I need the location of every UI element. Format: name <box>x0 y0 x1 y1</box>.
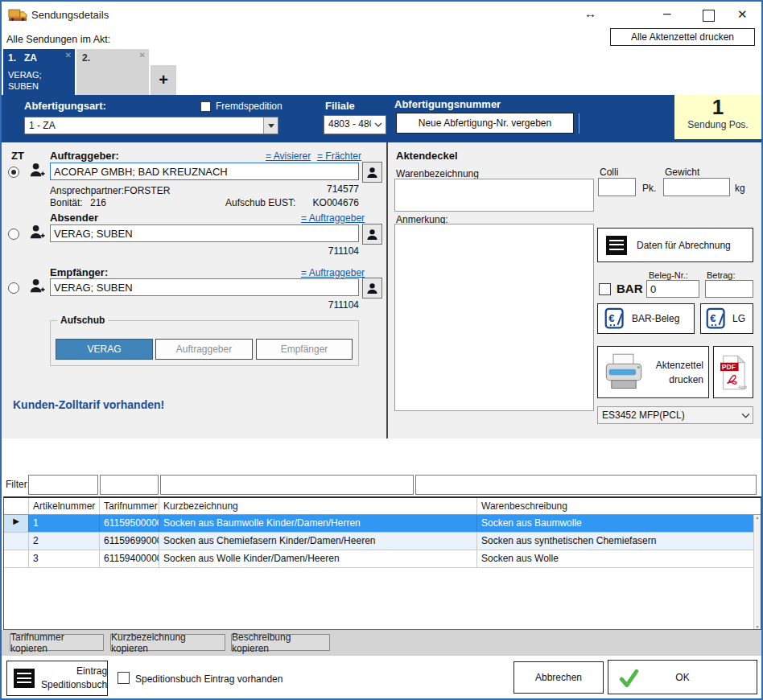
auftraggeber-input[interactable] <box>50 163 359 180</box>
akt-label: Alle Sendungen im Akt: <box>6 34 110 45</box>
empfaenger-label: Empfänger: <box>50 266 108 278</box>
add-contact-icon[interactable] <box>28 161 47 182</box>
anmerkung-textarea[interactable] <box>394 224 594 411</box>
aktenzettel-drucken-button[interactable]: Aktenzettel drucken <box>597 346 709 398</box>
cancel-button[interactable]: Abbrechen <box>513 661 604 694</box>
aufschub-verag-button[interactable]: VERAG <box>56 339 153 360</box>
filter-warenbeschreibung-input[interactable] <box>415 475 757 495</box>
bar-label: BAR <box>617 282 643 295</box>
pk-label: Pk. <box>642 183 656 194</box>
add-shipment-tab-button[interactable]: + <box>151 65 176 95</box>
table-row[interactable]: 2 61159699000 Socken aus Chemiefasern Ki… <box>4 533 761 550</box>
sendungsdetails-window: Sendungsdetails ↔ – ✕ Alle Sendungen im … <box>0 0 763 700</box>
close-button[interactable]: ✕ <box>737 8 748 20</box>
tab1-close-icon[interactable]: ✕ <box>65 51 72 60</box>
euro-receipt-icon: € <box>706 307 727 330</box>
colli-input[interactable] <box>598 178 636 196</box>
filiale-label: Filiale <box>325 100 355 112</box>
copy-beschreibung-button[interactable]: Beschreibung kopieren <box>231 634 330 651</box>
avisierer-link[interactable]: = Avisierer <box>266 150 311 162</box>
auftraggeber-contact-icon[interactable] <box>362 162 382 183</box>
main-panel: ZT Auftraggeber: = Avisierer = Frächter … <box>2 142 761 439</box>
filiale-select[interactable]: 4803 - 480 <box>324 115 386 134</box>
aufschub-eust-label: Aufschub EUST: <box>225 197 295 208</box>
column-header-kurzbezeichnung[interactable]: Kurzbezeichnung <box>159 498 477 514</box>
auftraggeber-radio[interactable] <box>8 167 19 178</box>
lg-button[interactable]: € LG <box>700 303 753 334</box>
empfaenger-auftraggeber-link[interactable]: = Auftraggeber <box>301 267 365 278</box>
articles-table: Artikelnummer Tarifnummer Kurzbezeichnun… <box>3 496 761 630</box>
panel-divider <box>386 142 388 439</box>
ansprechpartner-label: Ansprechpartner: <box>50 185 124 196</box>
pdf-export-button[interactable]: PDF Adobe <box>713 346 753 398</box>
absender-auftraggeber-link[interactable]: = Auftraggeber <box>301 212 365 224</box>
window-title: Sendungsdetails <box>31 9 109 21</box>
table-row[interactable]: 3 61159400000 Socken aus Wolle Kinder/Da… <box>4 550 761 568</box>
copy-kurzbezeichnung-button[interactable]: Kurzbezeichnung kopieren <box>110 634 225 651</box>
filter-kurzbezeichnung-input[interactable] <box>160 475 414 495</box>
svg-text:Adobe: Adobe <box>739 385 747 389</box>
table-header-row: Artikelnummer Tarifnummer Kurzbezeichnun… <box>4 498 761 515</box>
filter-tarifnummer-input[interactable] <box>100 475 159 495</box>
ansprechpartner-value: FORSTER <box>124 185 170 196</box>
column-header-tarifnummer[interactable]: Tarifnummer <box>100 498 159 514</box>
svg-text:€: € <box>608 312 614 324</box>
betrag-input[interactable] <box>705 280 753 298</box>
tab-shipment-2[interactable]: 2. ✕ <box>76 49 149 95</box>
svg-text:€: € <box>710 312 716 324</box>
chevron-down-icon[interactable] <box>371 116 386 134</box>
table-row[interactable]: ▶ 1 61159500000 Socken aus Baumwolle Kin… <box>4 515 761 533</box>
speditionsbuch-checkbox-label: Speditionsbuch Eintrag vorhanden <box>135 673 283 685</box>
chevron-down-icon[interactable] <box>738 407 753 423</box>
empfaenger-input[interactable] <box>50 278 359 296</box>
bar-checkbox[interactable] <box>599 283 611 295</box>
zt-label: ZT <box>11 150 24 162</box>
bonitaet-label: Bonität: <box>50 197 83 208</box>
tab-shipment-1[interactable]: 1. ZA ✕ VERAG; SUBEN <box>3 49 75 95</box>
bar-beleg-button[interactable]: € BAR-Beleg <box>597 303 695 334</box>
fraechter-link[interactable]: = Frächter <box>317 150 361 162</box>
position-counter: 1 Sendung Pos. <box>674 95 761 139</box>
empfaenger-radio[interactable] <box>8 282 19 294</box>
check-icon <box>618 668 639 689</box>
absender-contact-icon[interactable] <box>362 224 382 245</box>
auftraggeber-kundennummer: 714577 <box>299 183 359 195</box>
maximize-button[interactable] <box>703 10 715 22</box>
minimize-button[interactable]: – <box>663 6 670 20</box>
print-all-aktenzettel-button[interactable]: Alle Aktenzettel drucken <box>610 28 755 46</box>
printer-select[interactable]: ES3452 MFP(PCL) <box>597 406 753 424</box>
copy-toolbar: Tarifnummer kopieren Kurzbezeichnung kop… <box>2 630 761 656</box>
copy-tarifnummer-button[interactable]: Tarifnummer kopieren <box>10 634 104 651</box>
absender-radio[interactable] <box>8 229 19 240</box>
resize-icon[interactable]: ↔ <box>584 7 596 19</box>
abfertigungsnummer-label: Abfertigungsnummer <box>394 98 501 110</box>
fremdspedition-checkbox[interactable] <box>200 101 211 112</box>
table-scrollbar[interactable]: ▲▼ <box>753 515 761 629</box>
dispatch-bar: Abfertigungsart: 1 - ZA Fremdspedition F… <box>2 95 761 142</box>
auftraggeber-label: Auftraggeber: <box>50 150 119 162</box>
colli-label: Colli <box>600 167 618 178</box>
svg-text:PDF: PDF <box>722 363 736 371</box>
ok-button[interactable]: OK <box>608 660 757 694</box>
warenbezeichnung-textarea[interactable] <box>394 179 594 212</box>
eintrag-speditionsbuch-button[interactable]: Eintrag Speditionsbuch <box>6 661 108 696</box>
add-contact-icon[interactable] <box>28 277 47 298</box>
filter-artikelnummer-input[interactable] <box>28 475 98 495</box>
absender-input[interactable] <box>50 224 359 242</box>
tab2-close-icon[interactable]: ✕ <box>139 51 146 60</box>
gewicht-input[interactable] <box>663 178 730 196</box>
beleg-nr-input[interactable] <box>646 280 699 298</box>
abfertigungsart-select[interactable]: 1 - ZA <box>24 117 278 134</box>
speditionsbuch-checkbox[interactable] <box>118 672 130 684</box>
truck-icon <box>8 7 27 25</box>
aufschub-empfaenger-button[interactable]: Empfänger <box>256 339 353 360</box>
aufschub-auftraggeber-button[interactable]: Auftraggeber <box>155 339 253 360</box>
neue-abfertigungsnummer-button[interactable]: Neue Abfertigung-Nr. vergeben <box>396 113 574 134</box>
add-contact-icon[interactable] <box>28 223 47 244</box>
column-header-artikelnummer[interactable]: Artikelnummer <box>29 498 100 514</box>
daten-abrechnung-button[interactable]: Daten für Abrechnung <box>597 228 753 262</box>
zolltarif-note: Kunden-Zolltarif vorhanden! <box>13 398 164 411</box>
dropdown-arrow-icon[interactable] <box>263 117 278 134</box>
empfaenger-contact-icon[interactable] <box>362 278 382 299</box>
column-header-warenbeschreibung[interactable]: Warenbeschreibung <box>477 498 761 514</box>
